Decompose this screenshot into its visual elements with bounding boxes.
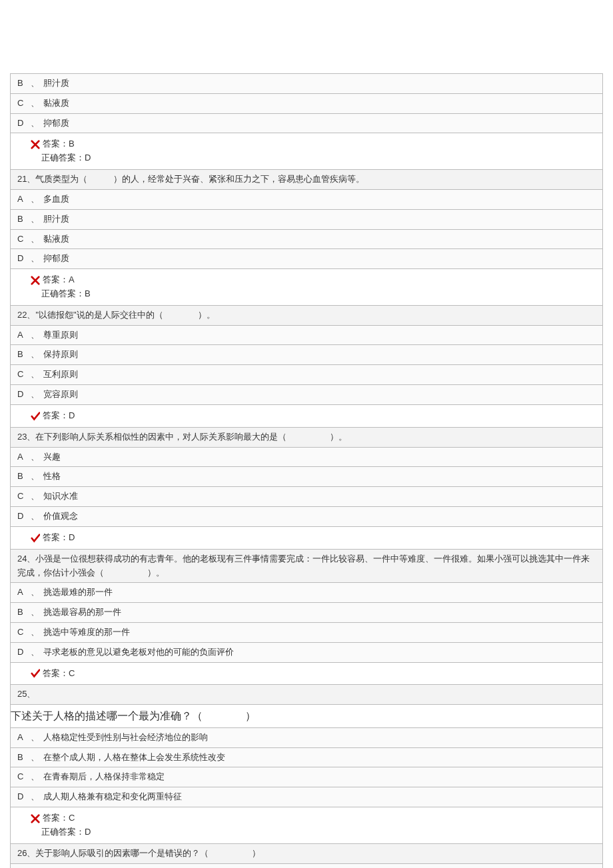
given-answer-line: 答案：D [31,409,596,423]
question-number: 21 [17,174,27,184]
separator: 、 [31,490,39,504]
correct-answer: D [85,153,91,163]
separator: 、 [31,751,39,765]
correct-answer: B [85,288,91,298]
question-extra-text: 下述关于人格的描述哪一个最为准确？（ ） [10,705,603,728]
separator: 、 [31,470,39,484]
option-text: 兴趣 [43,452,61,462]
given-answer-line: 答案：D [31,531,596,545]
check-icon [31,409,41,423]
option-text: 价值观念 [43,511,78,521]
option-row: B、保持原则 [10,345,603,365]
option-row: C、挑选中等难度的那一件 [10,623,603,643]
question-number: 22 [17,310,27,320]
separator: 、 [31,252,39,266]
option-letter: B [17,77,29,91]
option-text: 性格 [43,471,61,481]
option-row: C、黏液质 [10,94,603,114]
question-text: 在下列影响人际关系相似性的因素中，对人际关系影响最大的是（ ）。 [35,432,347,442]
separator: 、 [31,388,39,402]
given-answer-line: 答案：A [31,273,596,287]
option-letter: D [17,117,29,131]
option-row: A、多血质 [10,190,603,210]
separator: 、 [31,731,39,745]
given-answer: A [69,274,75,284]
separator: 、 [31,232,39,246]
correct-label: 正确答案： [41,288,85,298]
correct-answer-line: 正确答案：D [41,151,596,165]
question-number: 25 [17,689,27,699]
answer-label: 答案： [43,668,69,678]
option-row: B、挑选最容易的那一件 [10,603,603,623]
separator: 、 [31,450,39,464]
separator: 、 [31,606,39,620]
option-row: C、知识水准 [10,487,603,507]
option-text: 人格稳定性受到性别与社会经济地位的影响 [43,732,208,742]
answer-label: 答案： [43,813,69,823]
correct-answer-line: 正确答案：D [41,825,596,839]
option-letter: C [17,490,29,504]
question-number: 26 [17,848,27,858]
given-answer: D [69,532,75,542]
option-letter: B [17,751,29,765]
option-text: 寻求老板的意见以避免老板对他的可能的负面评价 [43,647,234,657]
question-text: 关于影响人际吸引的因素哪一个是错误的？（ ） [35,848,261,858]
question-text: 小强是一位很想获得成功的有志青年。他的老板现有三件事情需要完成：一件比较容易、一… [17,554,590,578]
option-text: 黏液质 [43,234,69,244]
answer-label: 答案： [43,410,69,420]
option-text: 挑选最容易的那一件 [43,607,121,617]
option-row: A、兴趣 [10,448,603,468]
cross-icon [31,138,41,152]
option-row: C、在青春期后，人格保持非常稳定 [10,767,603,787]
answer-row: 答案：C正确答案：D [10,807,603,844]
option-row: D、价值观念 [10,507,603,527]
answer-label: 答案： [43,274,69,284]
option-row: A、接近性 [10,864,603,868]
option-letter: B [17,470,29,484]
option-text: 抑郁质 [43,118,69,128]
question-row: 26、关于影响人际吸引的因素哪一个是错误的？（ ） [10,844,603,864]
separator: 、 [31,770,39,784]
question-number: 24 [17,554,27,564]
correct-label: 正确答案： [41,153,85,163]
separator: 、 [31,328,39,342]
cross-icon [31,811,41,825]
question-row: 21、气质类型为（ ）的人，经常处于兴奋、紧张和压力之下，容易患心血管疾病等。 [10,170,603,190]
option-row: A、尊重原则 [10,326,603,346]
given-answer-line: 答案：C [31,811,596,825]
separator: 、 [27,310,35,320]
option-letter: D [17,510,29,524]
check-icon [31,531,41,545]
given-answer: D [69,410,75,420]
option-row: A、挑选最难的那一件 [10,583,603,603]
separator: 、 [31,646,39,659]
answer-row: 答案：C [10,663,603,685]
option-row: D、抑郁质 [10,114,603,134]
option-letter: D [17,646,29,659]
option-letter: A [17,328,29,342]
correct-answer-line: 正确答案：B [41,287,596,301]
separator: 、 [31,790,39,804]
option-row: D、寻求老板的意见以避免老板对他的可能的负面评价 [10,643,603,663]
given-answer: B [69,139,75,149]
question-row: 24、小强是一位很想获得成功的有志青年。他的老板现有三件事情需要完成：一件比较容… [10,550,603,584]
question-row: 23、在下列影响人际关系相似性的因素中，对人际关系影响最大的是（ ）。 [10,428,603,448]
option-row: B、性格 [10,467,603,487]
answer-label: 答案： [43,139,69,149]
option-letter: C [17,232,29,246]
option-text: 尊重原则 [43,330,78,340]
separator: 、 [31,77,39,91]
option-letter: D [17,252,29,266]
option-row: C、互利原则 [10,365,603,385]
option-text: 互利原则 [43,369,78,379]
option-row: B、胆汁质 [10,73,603,94]
option-text: 胆汁质 [43,78,69,88]
separator: 、 [31,193,39,207]
option-row: D、抑郁质 [10,249,603,269]
question-row: 25、 [10,685,603,705]
given-answer: C [69,813,75,823]
separator: 、 [31,97,39,111]
separator: 、 [27,848,35,858]
option-letter: C [17,97,29,111]
question-row: 22、"以德报怨"说的是人际交往中的（ ）。 [10,306,603,326]
